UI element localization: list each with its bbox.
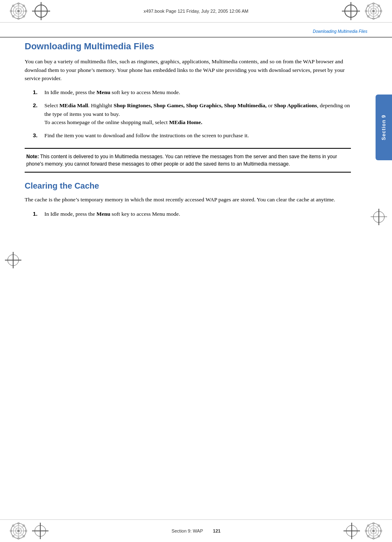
section-tab-label: Section 9 [381, 115, 387, 140]
list-item: 3. Find the item you want to download an… [33, 131, 351, 140]
list-item: 1. In Idle mode, press the Menu soft key… [33, 88, 351, 97]
top-left-decoration [8, 1, 29, 21]
steps-list: 1. In Idle mode, press the Menu soft key… [33, 88, 351, 140]
note-label: Note: [26, 154, 39, 159]
chapter-intro: You can buy a variety of multimedia file… [25, 58, 351, 83]
running-header: Downloading Multimedia Files [0, 24, 392, 37]
footer-bar: Section 9: WAP 121 [0, 519, 392, 542]
step-1-number: 1. [33, 88, 44, 97]
section2-step-1-content: In Idle mode, press the Menu soft key to… [44, 210, 351, 218]
section2-step-1-number: 1. [33, 210, 44, 218]
section2-steps-list: 1. In Idle mode, press the Menu soft key… [33, 210, 351, 218]
footer-crosshair-left [33, 524, 48, 538]
step-2-number: 2. [33, 101, 44, 127]
chapter-heading: Downloading Multimedia Files [25, 41, 351, 52]
content-area: Downloading Multimedia Files You can buy… [25, 37, 351, 509]
step-2-shop-options: Shop Ringtones, Shop Games, Shop Graphic… [113, 102, 266, 108]
list-item: 2. Select MEdia Mall. Highlight Shop Rin… [33, 101, 351, 127]
top-right-decoration [363, 1, 384, 21]
header-bar: x497.book Page 121 Friday, July 22, 2005… [0, 0, 392, 23]
footer-page-number: 121 [213, 528, 220, 533]
running-header-text: Downloading Multimedia Files [313, 29, 367, 34]
step-3-content: Find the item you want to download and f… [44, 131, 351, 140]
step-1-content: In Idle mode, press the Menu soft key to… [44, 88, 351, 97]
section2-heading: Clearing the Cache [25, 181, 351, 191]
footer-section-text: Section 9: WAP [171, 528, 203, 533]
section-tab: Section 9 [376, 95, 392, 160]
note-box: Note: This content is delivered to you i… [25, 148, 351, 173]
right-side-crosshair [371, 210, 386, 224]
step-2-media-mall: MEdia Mall [59, 102, 88, 108]
step-3-number: 3. [33, 131, 44, 140]
list-item: 1. In Idle mode, press the Menu soft key… [33, 210, 351, 218]
crosshair-right [343, 3, 359, 19]
footer-text-area: Section 9: WAP 121 [48, 528, 344, 533]
section2-intro: The cache is the phone’s temporary memor… [25, 196, 351, 204]
footer-crosshair-right [344, 524, 359, 538]
page-container: x497.book Page 121 Friday, July 22, 2005… [0, 0, 392, 542]
step-2-media-home: MEdia Home. [169, 119, 202, 125]
left-side-crosshair [6, 253, 21, 268]
header-text: x497.book Page 121 Friday, July 22, 2005… [49, 9, 343, 14]
note-text: This content is delivered to you in Mult… [26, 154, 337, 167]
step-2-shop-apps: Shop Applications [274, 102, 317, 108]
bottom-left-decoration [8, 521, 29, 541]
bottom-right-decoration [363, 521, 384, 541]
crosshair-left [33, 3, 49, 19]
step-2-content: Select MEdia Mall. Highlight Shop Ringto… [44, 101, 351, 127]
section2-menu-bold: Menu [97, 211, 111, 217]
step-1-menu-bold: Menu [97, 89, 111, 95]
book-info-text: x497.book Page 121 Friday, July 22, 2005… [144, 9, 249, 14]
